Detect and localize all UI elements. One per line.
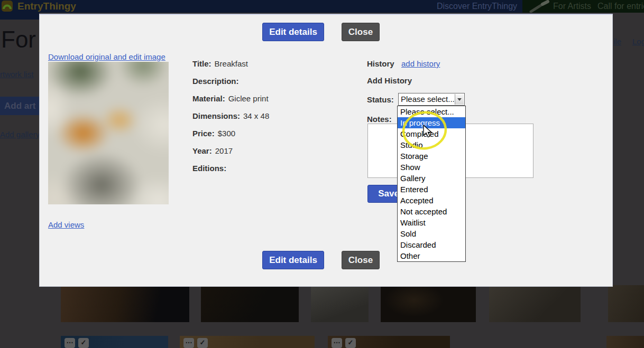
detail-label: Editions: (192, 164, 226, 173)
status-option[interactable]: Storage (398, 151, 465, 162)
screen: EntryThingy Discover EntryThingy For Art… (0, 0, 644, 348)
artwork-thumbnail[interactable]: ⋯ ✓ (180, 336, 315, 348)
download-original-link[interactable]: Download original and edit image (48, 52, 165, 61)
artwork-details: Title:Breakfast Description: Material:Gi… (192, 59, 356, 181)
close-button[interactable]: Close (342, 23, 380, 41)
detail-row: Year:2017 (192, 146, 356, 164)
detail-row: Title:Breakfast (192, 59, 356, 77)
add-views-link[interactable]: Add views (48, 220, 84, 229)
status-option[interactable]: Entered (398, 184, 465, 195)
detail-row: Description: (192, 77, 356, 94)
detail-value: Breakfast (215, 59, 248, 68)
status-option[interactable]: Waitlist (398, 217, 465, 228)
logout-link-fragment[interactable]: Log (632, 37, 644, 46)
detail-label: Material: (192, 94, 225, 103)
artwork-details-modal: Edit details Close Download original and… (39, 14, 613, 287)
nav-artists-section: For Artists Call for entries (522, 0, 644, 13)
artwork-thumbnail[interactable]: ⋯ ✓ (61, 336, 168, 348)
status-option[interactable]: Studio (398, 139, 465, 151)
brand-title[interactable]: EntryThingy (17, 1, 76, 12)
artwork-thumbnail[interactable]: ⋯ ✓ (328, 336, 450, 348)
status-option[interactable]: Show (398, 162, 465, 173)
artwork-thumbnail[interactable] (311, 285, 369, 322)
detail-label: Dimensions: (192, 111, 240, 120)
close-button[interactable]: Close (342, 251, 380, 269)
top-nav: EntryThingy Discover EntryThingy For Art… (0, 0, 644, 13)
status-dropdown-list: Please select... In progress Completed S… (397, 106, 466, 262)
status-option[interactable]: In progress (398, 117, 465, 128)
more-options-icon[interactable]: ⋯ (183, 338, 194, 348)
profile-link-fragment[interactable]: ile (613, 37, 621, 46)
nav-discover-link[interactable]: Discover EntryThingy (437, 2, 517, 11)
status-option[interactable]: Accepted (398, 195, 465, 206)
detail-row: Price:$300 (192, 129, 356, 146)
status-label: Status: (367, 95, 394, 104)
add-history-link[interactable]: add history (401, 59, 440, 68)
add-art-button[interactable]: Add art (0, 97, 42, 115)
status-option[interactable]: Please select... (398, 106, 465, 117)
nav-for-artists-link[interactable]: For Artists (553, 2, 591, 11)
more-options-icon[interactable]: ⋯ (332, 338, 342, 348)
detail-row: Material:Giclee print (192, 94, 356, 111)
nav-call-for-entries-link[interactable]: Call for entries (597, 2, 644, 11)
detail-value: 34 x 48 (243, 111, 269, 120)
header-band (0, 13, 39, 20)
status-select[interactable]: Please select... (398, 93, 465, 106)
artwork-thumbnail[interactable] (61, 285, 189, 322)
paintbrush-icon (527, 0, 552, 13)
check-icon[interactable]: ✓ (78, 338, 89, 348)
notes-label: Notes: (367, 115, 392, 124)
status-option[interactable]: Gallery (398, 173, 465, 184)
status-option[interactable]: Discarded (398, 239, 465, 250)
detail-row: Editions: (192, 164, 356, 181)
artwork-thumbnail[interactable] (489, 285, 581, 322)
artwork-image (48, 62, 169, 204)
history-heading: History (367, 59, 394, 68)
detail-value: $300 (218, 129, 235, 138)
status-option[interactable]: Sold (398, 228, 465, 239)
detail-label: Year: (192, 146, 212, 155)
status-option[interactable]: Other (398, 250, 465, 261)
detail-label: Price: (192, 129, 215, 138)
detail-value: 2017 (215, 146, 233, 155)
edit-details-button[interactable]: Edit details (262, 23, 324, 41)
detail-value: Giclee print (228, 94, 269, 103)
check-icon[interactable]: ✓ (345, 338, 356, 348)
artwork-list-link[interactable]: rtwork list (0, 70, 33, 79)
entrythingy-logo-icon[interactable] (2, 1, 13, 12)
artwork-thumbnail[interactable] (381, 285, 476, 322)
detail-label: Title: (192, 59, 211, 68)
chevron-down-icon[interactable] (455, 94, 464, 105)
status-option[interactable]: Completed (398, 128, 465, 139)
detail-label: Description: (192, 77, 239, 86)
artwork-thumbnail[interactable] (201, 285, 299, 322)
edit-details-button[interactable]: Edit details (262, 251, 324, 269)
status-select-value: Please select... (401, 95, 455, 104)
more-options-icon[interactable]: ⋯ (65, 338, 75, 348)
add-history-heading: Add History (367, 76, 412, 85)
artwork-thumbnail[interactable] (608, 285, 644, 322)
detail-row: Dimensions:34 x 48 (192, 111, 356, 129)
artwork-thumbnail[interactable] (606, 336, 644, 348)
add-gallery-link[interactable]: Add gallery (0, 130, 40, 139)
check-icon[interactable]: ✓ (197, 338, 208, 348)
status-option[interactable]: Not accepted (398, 206, 465, 217)
